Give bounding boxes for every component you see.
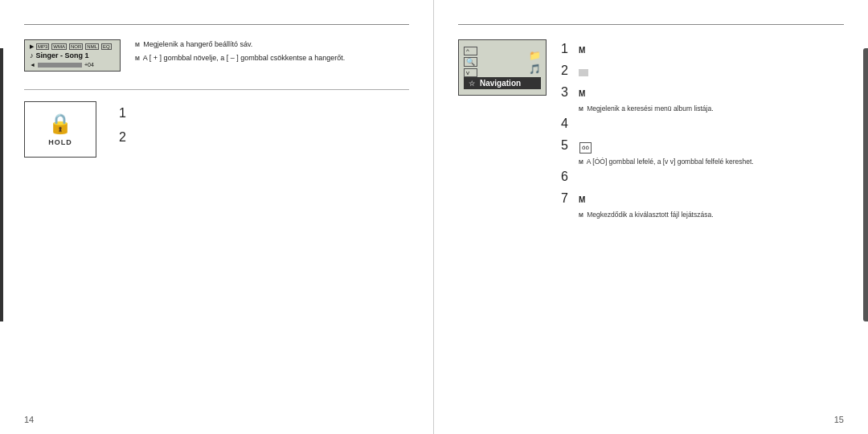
volume-bar: ◄ +04 bbox=[30, 62, 115, 68]
top-rule-right bbox=[458, 24, 844, 25]
song-title: Singer - Song 1 bbox=[36, 51, 89, 59]
instruction-text-1: Megjelenik a hangerő beállító sáv. bbox=[143, 40, 252, 48]
section-divider bbox=[24, 89, 409, 90]
hold-box: 🔒 HOLD bbox=[24, 101, 96, 158]
hold-item-2: 2 bbox=[119, 125, 126, 149]
nav-sub-7: M Megkezdődik a kiválasztott fájl lejáts… bbox=[579, 211, 844, 220]
nav-item-4: 4 bbox=[561, 114, 844, 133]
nav-sub-5: M A [ÓÓ] gombbal lefelé, a [v v] gombbal… bbox=[579, 158, 844, 167]
right-page: ^ 🔍 v 📁 🎵 ☆ Navigation bbox=[434, 0, 868, 434]
instruction-2: M A [ + ] gombbal növelje, a [ – ] gombb… bbox=[135, 53, 345, 64]
song-name: ♪ Singer - Song 1 bbox=[30, 51, 115, 59]
nav-label-bar: ☆ Navigation bbox=[464, 77, 541, 89]
play-icon: ▶ bbox=[30, 43, 34, 50]
nav-number-1: 1 bbox=[561, 39, 572, 59]
instruction-text-2: A [ + ] gombbal növelje, a [ – ] gombbal… bbox=[143, 54, 345, 62]
nav-number-3: 3 bbox=[561, 83, 572, 102]
bullet-m-7: M bbox=[579, 212, 583, 218]
nav-section: ^ 🔍 v 📁 🎵 ☆ Navigation bbox=[458, 39, 844, 220]
nav-label-3: M bbox=[579, 88, 585, 100]
nav-number-4: 4 bbox=[561, 114, 572, 133]
volume-bar-inner bbox=[38, 63, 82, 68]
hold-item-1: 1 bbox=[119, 101, 126, 125]
mode-tag: NOR bbox=[69, 43, 83, 50]
bullet-m-1: M bbox=[135, 42, 140, 47]
nav-device-display: ^ 🔍 v 📁 🎵 ☆ Navigation bbox=[458, 39, 547, 96]
nav-item-3: 3 M bbox=[561, 83, 844, 102]
nav-item-6: 6 bbox=[561, 167, 844, 186]
nav-number-7: 7 bbox=[561, 189, 572, 208]
top-rule-left bbox=[24, 24, 409, 25]
nav-item-1: 1 M bbox=[561, 39, 844, 59]
nav-up-icon: ^ bbox=[464, 47, 477, 55]
vol-value: +04 bbox=[84, 62, 94, 68]
vol-left-arrow: ◄ bbox=[30, 62, 35, 68]
hold-section: 🔒 HOLD 1 2 bbox=[24, 101, 409, 158]
bullet-m-2: M bbox=[135, 55, 140, 61]
eq-tag: EQ bbox=[101, 43, 112, 50]
nav-item-5: 5 óó bbox=[561, 136, 844, 155]
hold-label: HOLD bbox=[48, 138, 72, 146]
format-tag2: WMA bbox=[51, 43, 67, 50]
volume-instructions: M Megjelenik a hangerő beállító sáv. M A… bbox=[135, 39, 345, 66]
nav-folder-icon: 📁 bbox=[529, 50, 541, 61]
nav-star-icon: ☆ bbox=[469, 80, 475, 88]
nav-label-text: Navigation bbox=[480, 79, 521, 88]
nav-item-3-wrap: 3 M M Megjelenik a keresési menü album l… bbox=[561, 83, 844, 114]
nav-item-2: 2 bbox=[561, 61, 844, 80]
device-display-volume: ▶ MP3 WMA NOR NML EQ ♪ Singer - Song 1 ◄… bbox=[24, 39, 121, 72]
nav-music-icon: 🎵 bbox=[529, 63, 541, 75]
nav-items-list: 1 M 2 3 M M Megjelenik a keresési menü a… bbox=[561, 39, 844, 220]
format-tag: MP3 bbox=[36, 43, 49, 50]
nav-item-7-wrap: 7 M M Megkezdődik a kiválasztott fájl le… bbox=[561, 189, 844, 220]
note-icon: ♪ bbox=[30, 51, 34, 59]
nav-label-5: óó bbox=[579, 141, 592, 154]
nav-sub-3: M Megjelenik a keresési menü album listá… bbox=[579, 104, 844, 114]
nav-sub-text-3: Megjelenik a keresési menü album listája… bbox=[587, 104, 713, 113]
left-page: ▶ MP3 WMA NOR NML EQ ♪ Singer - Song 1 ◄… bbox=[0, 0, 434, 434]
nav-sub-text-5: A [ÓÓ] gombbal lefelé, a [v v] gombbal f… bbox=[587, 158, 754, 166]
hold-numbered-list: 1 2 bbox=[119, 101, 126, 150]
instruction-1: M Megjelenik a hangerő beállító sáv. bbox=[135, 39, 345, 51]
bullet-m-5: M bbox=[579, 159, 583, 165]
bullet-m-3: M bbox=[579, 106, 583, 112]
nav-down-icon: v bbox=[464, 68, 477, 77]
display-top-bar: ▶ MP3 WMA NOR NML EQ bbox=[30, 43, 115, 50]
nav-number-2: 2 bbox=[561, 61, 572, 80]
page-number-left: 14 bbox=[24, 415, 34, 424]
nav-number-6: 6 bbox=[561, 167, 572, 186]
mode-tag2: NML bbox=[85, 43, 99, 50]
lock-icon: 🔒 bbox=[48, 113, 72, 135]
nav-label-1: M bbox=[579, 44, 585, 56]
nav-search-icon: 🔍 bbox=[464, 57, 477, 67]
page-number-right: 15 bbox=[834, 415, 844, 424]
nav-label-2 bbox=[579, 66, 588, 78]
nav-number-5: 5 bbox=[561, 136, 572, 155]
nav-sub-text-7: Megkezdődik a kiválasztott fájl lejátszá… bbox=[587, 211, 713, 219]
nav-item-5-wrap: 5 óó M A [ÓÓ] gombbal lefelé, a [v v] go… bbox=[561, 136, 844, 167]
nav-item-7: 7 M bbox=[561, 189, 844, 208]
volume-section: ▶ MP3 WMA NOR NML EQ ♪ Singer - Song 1 ◄… bbox=[24, 39, 409, 72]
oo-icon: óó bbox=[579, 142, 592, 154]
nav-label-7: M bbox=[579, 194, 585, 206]
